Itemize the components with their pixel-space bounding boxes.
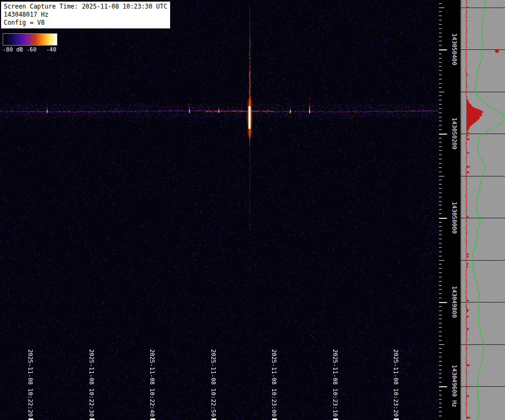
freq-axis-label: 143049600 Hz <box>451 365 458 407</box>
time-axis-label: 2025-11-08 10:22:40 <box>149 349 156 417</box>
freq-axis-label: 143049800 <box>451 286 458 318</box>
spectrogram-canvas <box>0 0 439 420</box>
time-axis-label: 2025-11-08 10:23:20 <box>392 349 399 417</box>
time-axis-label: 2025-11-08 10:23:10 <box>332 349 339 417</box>
colormap-gradient-bar <box>3 33 57 46</box>
capture-info-box: Screen Capture Time: 2025-11-08 10:23:30… <box>1 2 170 28</box>
center-frequency-line: 143048017 Hz <box>4 11 167 19</box>
spectrum-side-panel <box>460 0 505 420</box>
time-axis-label: 2025-11-08 10:22:50 <box>210 349 217 417</box>
freq-axis-label: 143050200 <box>451 117 458 150</box>
legend-mid-label: -60 <box>26 46 36 53</box>
frequency-axis-ticks <box>439 0 450 420</box>
freq-axis-label: 143050400 <box>451 33 458 65</box>
capture-time-line: Screen Capture Time: 2025-11-08 10:23:30… <box>4 3 167 11</box>
time-axis-label: 2025-11-08 10:22:30 <box>88 349 95 417</box>
colormap-labels: -80 dB -60 -40 <box>3 46 57 53</box>
time-axis-label: 2025-11-08 10:22:20 <box>27 349 34 417</box>
db-color-scale: -80 dB -60 -40 <box>3 33 57 53</box>
config-line: Config = V8 <box>4 19 167 27</box>
time-axis-label: 2025-11-08 10:23:00 <box>270 349 277 417</box>
legend-max-label: -40 <box>46 46 56 53</box>
legend-min-label: -80 dB <box>3 46 23 53</box>
freq-axis-label: 143050000 <box>451 202 458 234</box>
waterfall-app: Screen Capture Time: 2025-11-08 10:23:30… <box>0 0 505 420</box>
